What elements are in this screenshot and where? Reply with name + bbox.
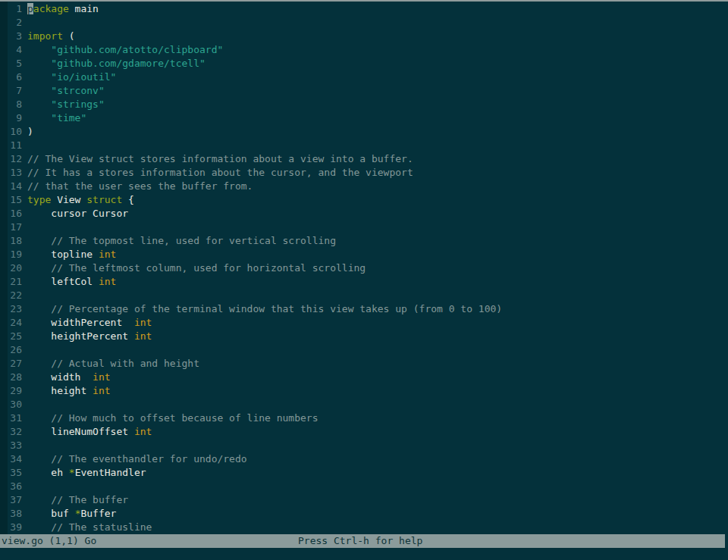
line-number: 11	[0, 139, 22, 152]
code-line[interactable]: 29 height int	[0, 384, 728, 398]
code-text: leftCol int	[22, 275, 116, 289]
code-line[interactable]: 30	[0, 398, 728, 411]
code-text: width int	[22, 371, 111, 384]
code-text: height int	[22, 384, 111, 398]
code-text: package main	[22, 2, 99, 16]
code-line[interactable]: 24 widthPercent int	[0, 316, 728, 330]
line-number: 28	[0, 371, 22, 384]
code-text: // The eventhandler for undo/redo	[22, 452, 247, 466]
code-text	[22, 139, 27, 152]
code-line[interactable]: 10)	[0, 125, 728, 139]
status-bar: view.go (1,1) Go Press Ctrl-h for help	[0, 534, 725, 548]
code-text: )	[22, 125, 33, 139]
code-line[interactable]: 38 buf *Buffer	[0, 507, 728, 521]
line-number: 23	[0, 302, 22, 316]
line-number: 30	[0, 398, 22, 411]
code-line[interactable]: 14// that the user sees the buffer from.	[0, 180, 728, 193]
code-line[interactable]: 8 "strings"	[0, 98, 728, 111]
code-text: // The statusline	[22, 521, 152, 534]
line-number: 12	[0, 152, 22, 166]
code-line[interactable]: 25 heightPercent int	[0, 330, 728, 343]
status-file-info: view.go (1,1) Go	[2, 535, 96, 546]
code-line[interactable]: 15type View struct {	[0, 193, 728, 207]
line-number: 33	[0, 439, 22, 452]
code-text: "io/ioutil"	[22, 70, 116, 84]
line-number: 20	[0, 261, 22, 275]
code-text: heightPercent int	[22, 330, 152, 343]
status-help-hint: Press Ctrl-h for help	[298, 534, 422, 548]
line-number: 6	[0, 70, 22, 84]
code-line[interactable]: 21 leftCol int	[0, 275, 728, 289]
code-text: // Actual with and height	[22, 357, 199, 371]
code-text	[22, 343, 27, 357]
code-line[interactable]: 20 // The leftmost column, used for hori…	[0, 261, 728, 275]
line-number: 29	[0, 384, 22, 398]
command-line-area[interactable]	[0, 548, 728, 560]
code-line[interactable]: 11	[0, 139, 728, 152]
text-cursor: p	[27, 3, 33, 14]
code-line[interactable]: 12// The View struct stores information …	[0, 152, 728, 166]
code-text: "strings"	[22, 98, 105, 111]
code-line[interactable]: 39 // The statusline	[0, 521, 728, 534]
code-line[interactable]: 7 "strconv"	[0, 84, 728, 98]
line-number: 39	[0, 521, 22, 534]
code-line[interactable]: 19 topline int	[0, 248, 728, 261]
code-line[interactable]: 31 // How much to offset because of line…	[0, 411, 728, 425]
code-line[interactable]: 17	[0, 221, 728, 234]
code-line[interactable]: 1package main	[0, 2, 728, 16]
code-line[interactable]: 3import (	[0, 30, 728, 43]
code-line[interactable]: 28 width int	[0, 371, 728, 384]
code-text	[22, 221, 27, 234]
code-text: // It has a stores information about the…	[22, 166, 413, 180]
editor-viewport[interactable]: 1package main23import (4 "github.com/ato…	[0, 2, 728, 534]
line-number: 9	[0, 111, 22, 125]
line-number: 32	[0, 425, 22, 439]
code-line[interactable]: 32 lineNumOffset int	[0, 425, 728, 439]
code-text: "strconv"	[22, 84, 105, 98]
line-number: 1	[0, 2, 22, 16]
code-line[interactable]: 22	[0, 289, 728, 302]
code-line[interactable]: 37 // The buffer	[0, 493, 728, 507]
code-line[interactable]: 6 "io/ioutil"	[0, 70, 728, 84]
code-line[interactable]: 18 // The topmost line, used for vertica…	[0, 234, 728, 248]
line-number: 26	[0, 343, 22, 357]
code-line[interactable]: 16 cursor Cursor	[0, 207, 728, 221]
line-number: 13	[0, 166, 22, 180]
code-text: type View struct {	[22, 193, 134, 207]
code-line[interactable]: 4 "github.com/atotto/clipboard"	[0, 43, 728, 57]
code-text: buf *Buffer	[22, 507, 116, 521]
code-text: "github.com/atotto/clipboard"	[22, 43, 223, 57]
line-number: 27	[0, 357, 22, 371]
code-area[interactable]: 1package main23import (4 "github.com/ato…	[0, 2, 728, 534]
code-text	[22, 16, 27, 30]
code-line[interactable]: 13// It has a stores information about t…	[0, 166, 728, 180]
code-line[interactable]: 2	[0, 16, 728, 30]
line-number: 3	[0, 30, 22, 43]
code-line[interactable]: 36	[0, 480, 728, 493]
code-text: // The topmost line, used for vertical s…	[22, 234, 336, 248]
code-line[interactable]: 34 // The eventhandler for undo/redo	[0, 452, 728, 466]
code-line[interactable]: 35 eh *EventHandler	[0, 466, 728, 480]
line-number: 15	[0, 193, 22, 207]
line-number: 35	[0, 466, 22, 480]
line-number: 5	[0, 57, 22, 70]
line-number: 24	[0, 316, 22, 330]
line-number: 4	[0, 43, 22, 57]
micro-editor-window: 1package main23import (4 "github.com/ato…	[0, 0, 728, 560]
line-number: 31	[0, 411, 22, 425]
code-text: // The buffer	[22, 493, 128, 507]
code-text: widthPercent int	[22, 316, 152, 330]
code-text: eh *EventHandler	[22, 466, 146, 480]
code-line[interactable]: 9 "time"	[0, 111, 728, 125]
code-line[interactable]: 5 "github.com/gdamore/tcell"	[0, 57, 728, 70]
code-text: import (	[22, 30, 75, 43]
line-number: 34	[0, 452, 22, 466]
code-line[interactable]: 33	[0, 439, 728, 452]
code-line[interactable]: 26	[0, 343, 728, 357]
line-number: 7	[0, 84, 22, 98]
code-line[interactable]: 27 // Actual with and height	[0, 357, 728, 371]
code-line[interactable]: 23 // Percentage of the terminal window …	[0, 302, 728, 316]
code-text: // How much to offset because of line nu…	[22, 411, 318, 425]
code-text	[22, 480, 27, 493]
code-text	[22, 398, 27, 411]
